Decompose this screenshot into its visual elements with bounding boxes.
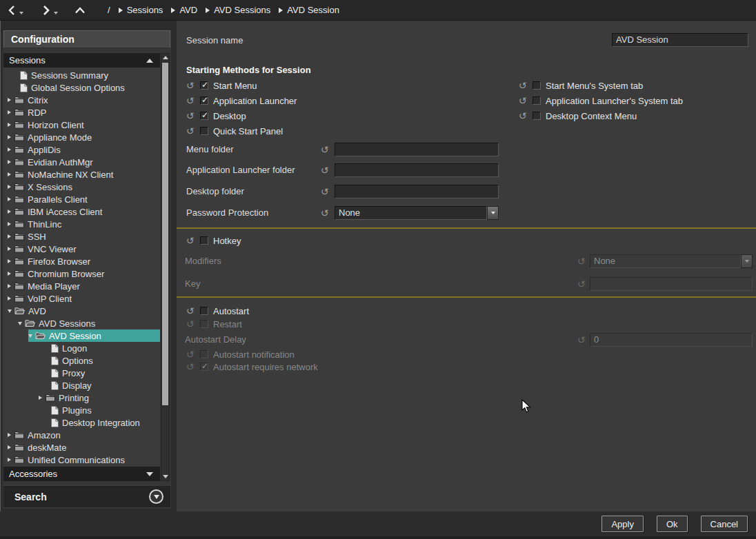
apply-button[interactable]: Apply — [601, 516, 644, 532]
tree-scrollbar[interactable] — [161, 53, 170, 481]
breadcrumb-root[interactable]: / — [108, 5, 110, 15]
expand-arrow-icon[interactable] — [8, 458, 11, 462]
tree-item-parallels-client[interactable]: Parallels Client — [3, 193, 160, 205]
tree-item-display[interactable]: Display — [3, 379, 160, 391]
expand-arrow-icon[interactable] — [8, 110, 11, 114]
expand-arrow-icon[interactable] — [8, 185, 11, 189]
reset-icon[interactable]: ↺ — [319, 187, 330, 196]
breadcrumb-item-sessions[interactable]: Sessions — [119, 5, 163, 15]
tree-item-avd-session[interactable]: AVD Session — [3, 329, 160, 342]
tree-item-x-sessions[interactable]: X Sessions — [3, 181, 160, 193]
tree-item-ibm-iaccess-client[interactable]: IBM iAccess Client — [3, 205, 160, 218]
ok-button[interactable]: Ok — [657, 516, 688, 532]
sessions-section-header[interactable]: Sessions — [3, 53, 160, 68]
start-menu-s-system-tab-checkbox[interactable] — [533, 81, 541, 90]
tree-item-sessions-summary[interactable]: Sessions Summary — [3, 69, 160, 81]
reset-icon[interactable]: ↺ — [185, 111, 195, 121]
tree-item-desktop-integration[interactable]: Desktop Integration — [3, 416, 160, 429]
tree-item-global-session-options[interactable]: Global Session Options — [3, 81, 160, 94]
tree-item-avd[interactable]: AVD — [3, 305, 160, 317]
expand-arrow-icon[interactable] — [8, 160, 11, 164]
tree-item-chromium-browser[interactable]: Chromium Browser — [3, 267, 160, 280]
tree-item-plugins[interactable]: Plugins — [3, 404, 160, 416]
reset-icon[interactable]: ↺ — [517, 96, 528, 105]
reset-icon[interactable]: ↺ — [185, 236, 195, 245]
tree-item-thinlinc[interactable]: ThinLinc — [3, 218, 160, 230]
back-history-dropdown-icon[interactable] — [19, 12, 23, 14]
expand-arrow-icon[interactable] — [8, 135, 11, 139]
search-expand-button[interactable] — [149, 489, 163, 504]
tree-item-horizon-client[interactable]: Horizon Client — [3, 119, 160, 131]
reset-icon[interactable]: ↺ — [517, 81, 528, 90]
expand-arrow-icon[interactable] — [8, 234, 11, 238]
forward-history-dropdown-icon[interactable] — [54, 12, 58, 14]
expand-arrow-icon[interactable] — [8, 148, 11, 152]
dropdown-arrow-icon[interactable] — [487, 206, 499, 220]
breadcrumb-item-avd-session[interactable]: AVD Session — [279, 5, 339, 15]
cancel-button[interactable]: Cancel — [701, 516, 748, 532]
desktop-folder-input[interactable] — [335, 185, 499, 199]
session-name-input[interactable]: AVD Session — [612, 33, 748, 47]
tree-item-media-player[interactable]: Media Player — [3, 280, 160, 292]
desktop-context-menu-checkbox[interactable] — [533, 112, 541, 120]
password-protection-select[interactable]: None — [335, 206, 499, 220]
expand-arrow-icon[interactable] — [8, 197, 11, 201]
reset-icon[interactable]: ↺ — [517, 111, 528, 121]
autostart-checkbox[interactable] — [200, 307, 208, 315]
scroll-down-icon[interactable] — [163, 475, 168, 478]
reset-icon[interactable]: ↺ — [185, 126, 195, 136]
tree-item-evidian-authmgr[interactable]: Evidian AuthMgr — [3, 156, 160, 168]
expand-arrow-icon[interactable] — [8, 445, 11, 449]
reset-icon[interactable]: ↺ — [185, 306, 195, 316]
expand-arrow-icon[interactable] — [8, 98, 11, 102]
tree-item-nomachine-nx-client[interactable]: NoMachine NX Client — [3, 168, 160, 181]
tree-item-unified-communications[interactable]: Unified Communications — [3, 454, 160, 466]
tree-item-avd-sessions[interactable]: AVD Sessions — [3, 317, 160, 329]
quick-start-panel-checkbox[interactable] — [200, 127, 208, 135]
expand-arrow-icon[interactable] — [8, 259, 11, 263]
tree-item-logon[interactable]: Logon — [3, 342, 160, 354]
reset-icon[interactable]: ↺ — [319, 165, 330, 175]
breadcrumb-item-avd[interactable]: AVD — [171, 5, 197, 15]
tree-item-options[interactable]: Options — [3, 354, 160, 367]
forward-button[interactable] — [40, 2, 52, 19]
tree-item-voip-client[interactable]: VoIP Client — [3, 292, 160, 305]
expand-arrow-icon[interactable] — [8, 210, 11, 214]
tree-item-deskmate[interactable]: deskMate — [3, 441, 160, 454]
expand-arrow-icon[interactable] — [8, 222, 11, 226]
reset-icon[interactable]: ↺ — [185, 81, 195, 90]
tree-item-amazon[interactable]: Amazon — [3, 429, 160, 441]
expand-arrow-icon[interactable] — [8, 272, 11, 276]
scroll-up-icon[interactable] — [163, 56, 168, 59]
tree-item-appliance-mode[interactable]: Appliance Mode — [3, 131, 160, 143]
collapse-arrow-icon[interactable] — [8, 309, 12, 313]
tree-item-proxy[interactable]: Proxy — [3, 367, 160, 379]
collapse-arrow-icon[interactable] — [18, 322, 22, 325]
reset-icon[interactable]: ↺ — [319, 145, 330, 154]
back-button[interactable] — [6, 2, 18, 19]
expand-arrow-icon[interactable] — [8, 284, 11, 288]
tree-item-applidis[interactable]: AppliDis — [3, 143, 160, 156]
search-section-header[interactable]: Search — [3, 485, 170, 507]
expand-arrow-icon[interactable] — [8, 296, 11, 301]
tree-item-ssh[interactable]: SSH — [3, 230, 160, 243]
expand-arrow-icon[interactable] — [8, 247, 11, 251]
collapse-arrow-icon[interactable] — [28, 334, 32, 338]
desktop-checkbox[interactable] — [200, 112, 208, 120]
application-launcher-s-system-tab-checkbox[interactable] — [533, 96, 541, 105]
tree-item-printing[interactable]: Printing — [3, 391, 160, 404]
application-launcher-checkbox[interactable] — [200, 96, 208, 105]
reset-icon[interactable]: ↺ — [185, 96, 195, 105]
start-menu-checkbox[interactable] — [200, 81, 208, 90]
up-button[interactable] — [73, 2, 87, 19]
expand-arrow-icon[interactable] — [8, 172, 11, 176]
tree-item-vnc-viewer[interactable]: VNC Viewer — [3, 243, 160, 255]
tree-item-rdp[interactable]: RDP — [3, 106, 160, 119]
accessories-section-header[interactable]: Accessories — [3, 467, 160, 481]
application-launcher-folder-input[interactable] — [335, 163, 499, 177]
menu-folder-input[interactable] — [335, 143, 499, 156]
tree-item-firefox-browser[interactable]: Firefox Browser — [3, 255, 160, 267]
expand-arrow-icon[interactable] — [8, 433, 11, 437]
tree-item-citrix[interactable]: Citrix — [3, 94, 160, 106]
breadcrumb-item-avd-sessions[interactable]: AVD Sessions — [206, 5, 270, 15]
